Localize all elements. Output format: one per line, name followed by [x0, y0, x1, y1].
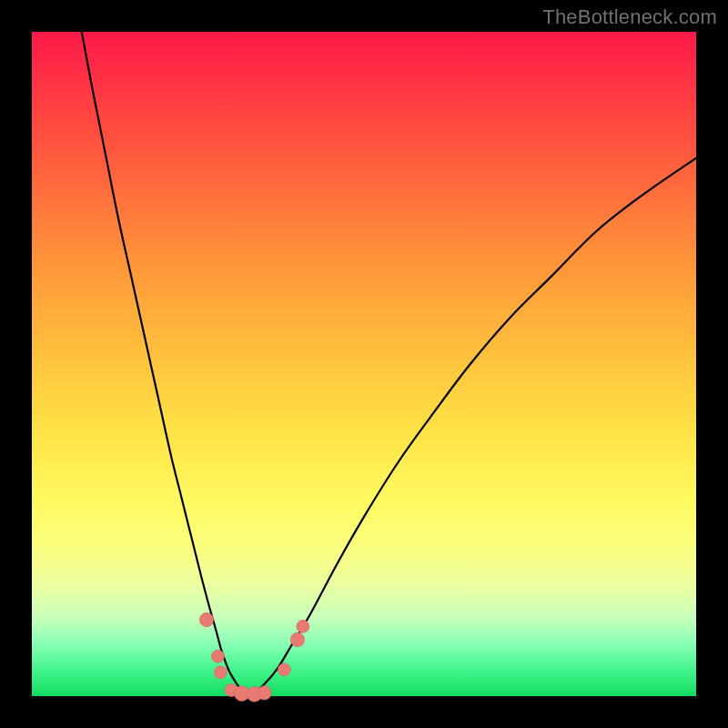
data-point: [290, 632, 304, 646]
data-point: [278, 663, 290, 676]
data-point: [199, 612, 213, 626]
data-point: [211, 650, 224, 662]
chart-svg: [32, 32, 696, 696]
data-point: [258, 686, 271, 700]
data-point: [297, 620, 309, 632]
curve-left: [82, 32, 251, 696]
watermark-text: TheBottleneck.com: [542, 5, 717, 29]
data-point: [214, 666, 227, 679]
plot-area: [32, 32, 696, 696]
curve-right: [251, 158, 696, 696]
chart-frame: TheBottleneck.com: [0, 0, 728, 728]
data-points: [199, 612, 309, 702]
